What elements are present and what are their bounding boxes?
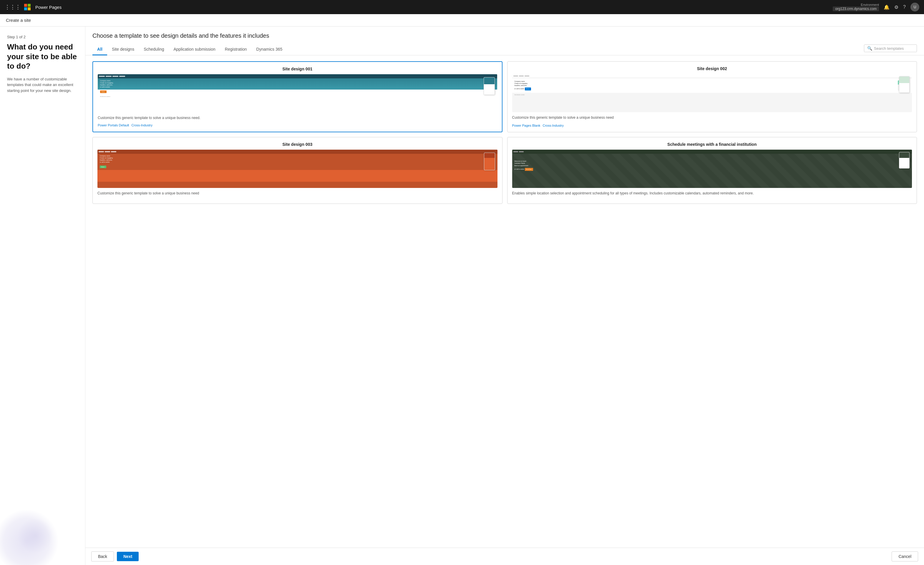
tag-cross-industry-001[interactable]: Cross-Industry [131, 123, 153, 127]
tag-power-pages-blank[interactable]: Power Pages Blank [512, 124, 540, 127]
notification-icon[interactable]: 🔔 [884, 5, 890, 10]
template-title-001: Site design 001 [98, 66, 497, 71]
nav-dot [112, 76, 118, 77]
product-name: Power Pages [35, 5, 62, 10]
tab-dynamics365[interactable]: Dynamics 365 [252, 44, 287, 56]
preview-phone-003 [484, 153, 495, 170]
nav-dot [525, 75, 529, 77]
preview-hero-text-002: Company nameCreate an engagingheadline, … [514, 80, 896, 90]
preview-fin-cta: Book Now [525, 168, 533, 171]
preview-text-003: Company nameCreate an engagingheadline, … [100, 155, 113, 163]
template-card-site-design-002[interactable]: Site design 002 Company nameCreate an en… [507, 61, 917, 132]
sidebar-heading: What do you need your site to be able to… [7, 42, 78, 71]
nav-dot [519, 75, 524, 77]
nav-dot [106, 76, 112, 77]
template-card-site-design-001[interactable]: Site design 001 Company nameCreate an en… [92, 61, 502, 132]
page-title: Create a site [6, 18, 31, 23]
bottom-bar: Back Next Cancel [86, 548, 924, 565]
template-desc-002: Customize this generic template to solve… [512, 115, 912, 121]
preview-hero-text-003: Company nameCreate an engagingheadline, … [100, 155, 113, 168]
preview-bottom-002: Introduction section [512, 93, 912, 108]
preview-nav-001 [98, 74, 497, 78]
preview-cta-002: Button [525, 87, 531, 90]
template-preview-003: Company nameCreate an engagingheadline, … [98, 150, 498, 188]
logo-green [28, 4, 31, 7]
preview-phone-inner [484, 78, 495, 95]
step-indicator: Step 1 of 2 [7, 35, 78, 39]
template-tags-002: Power Pages Blank Cross-Industry [512, 124, 912, 127]
main-layout: Step 1 of 2 What do you need your site t… [0, 27, 924, 565]
content-title: Choose a template to see design details … [92, 32, 917, 39]
logo-yellow [28, 8, 31, 10]
template-preview-001: Company nameCreate an engagingheadline, … [98, 74, 497, 113]
preview-nav-fin [512, 150, 912, 154]
tab-registration[interactable]: Registration [220, 44, 252, 56]
tag-power-portals-default[interactable]: Power Portals Default [98, 123, 129, 127]
template-card-schedule-meetings[interactable]: Schedule meetings with a financial insti… [507, 137, 917, 204]
nav-dot [99, 151, 104, 152]
preview-hero-002: Company nameCreate an engagingheadline, … [512, 78, 912, 93]
user-avatar[interactable]: U [910, 3, 919, 12]
template-title-schedule: Schedule meetings with a financial insti… [512, 142, 912, 147]
next-button[interactable]: Next [117, 552, 139, 561]
nav-dot [111, 151, 116, 152]
search-placeholder: Search templates [874, 46, 904, 51]
preview-hero-001: Company nameCreate an engagingheadline, … [98, 78, 497, 95]
cancel-button[interactable]: Cancel [892, 551, 918, 562]
tabs-bar: All Site designs Scheduling Application … [86, 44, 924, 56]
topbar: ⋮⋮⋮ Power Pages Environment org123.crm.d… [0, 0, 924, 14]
tab-application-submission[interactable]: Application submission [169, 44, 220, 56]
content-area: Choose a template to see design details … [86, 27, 924, 565]
template-tags-001: Power Portals Default Cross-Industry [98, 123, 497, 127]
preview-hero-text: Company nameCreate an engagingheadline, … [100, 80, 113, 93]
back-button[interactable]: Back [91, 551, 114, 562]
nav-dot [99, 76, 105, 77]
template-grid: Site design 001 Company nameCreate an en… [86, 56, 924, 548]
preview-nav-002 [512, 74, 912, 78]
tab-scheduling[interactable]: Scheduling [139, 44, 169, 56]
nav-dot [513, 151, 518, 152]
preview-phone-001 [484, 77, 495, 95]
template-preview-schedule: Welcome to InsertInstitution NameBook an… [512, 150, 912, 188]
tag-cross-industry-002[interactable]: Cross-Industry [543, 124, 564, 127]
template-desc-001: Customize this generic template to solve… [98, 116, 497, 120]
template-preview-002: Company nameCreate an engagingheadline, … [512, 74, 912, 112]
sidebar-watermark2 [18, 518, 53, 553]
microsoft-logo [24, 4, 31, 10]
template-desc-schedule: Enables simple location selection and ap… [512, 191, 912, 196]
nav-dot [513, 75, 518, 77]
tab-all[interactable]: All [92, 44, 107, 56]
logo-red [24, 4, 27, 7]
preview-phone-002 [899, 76, 910, 93]
search-templates-input[interactable]: 🔍 Search templates [864, 45, 917, 52]
sidebar-description: We have a number of customizable templat… [7, 76, 78, 94]
nav-dot [105, 151, 110, 152]
page-titlebar: Create a site [0, 14, 924, 27]
preview-bottom-003 [98, 170, 498, 182]
logo-blue [24, 8, 27, 10]
help-icon[interactable]: ? [903, 5, 906, 10]
preview-hero-003: Company nameCreate an engagingheadline, … [98, 154, 498, 170]
tab-site-designs[interactable]: Site designs [107, 44, 139, 56]
preview-overlay [512, 150, 912, 188]
preview-nav-003 [98, 150, 498, 154]
template-title-002: Site design 002 [512, 66, 912, 71]
settings-icon[interactable]: ⚙ [894, 5, 898, 10]
template-card-site-design-003[interactable]: Site design 003 Company nameCreate an en… [92, 137, 502, 204]
preview-phone4-inner [899, 152, 909, 168]
template-desc-003: Customize this generic template to solve… [98, 191, 498, 196]
environment-label: Environment [861, 3, 879, 6]
preview-bottom-001: Introduction section [98, 95, 497, 109]
preview-fin-text: Welcome to InsertInstitution NameBook an… [514, 160, 533, 171]
content-header: Choose a template to see design details … [86, 27, 924, 44]
template-title-003: Site design 003 [98, 142, 498, 147]
sidebar: Step 1 of 2 What do you need your site t… [0, 27, 86, 565]
nav-dot [519, 151, 524, 152]
environment-info: Environment org123.crm.dynamics.com [833, 3, 879, 11]
preview-headline: Company nameCreate an engagingheadline, … [100, 80, 113, 88]
preview-phone3-inner [484, 153, 495, 170]
preview-cta-003: Button [100, 165, 106, 168]
topbar-right: Environment org123.crm.dynamics.com 🔔 ⚙ … [833, 3, 919, 12]
preview-phone-inner-002 [899, 77, 909, 93]
waffle-icon[interactable]: ⋮⋮⋮ [5, 4, 21, 10]
